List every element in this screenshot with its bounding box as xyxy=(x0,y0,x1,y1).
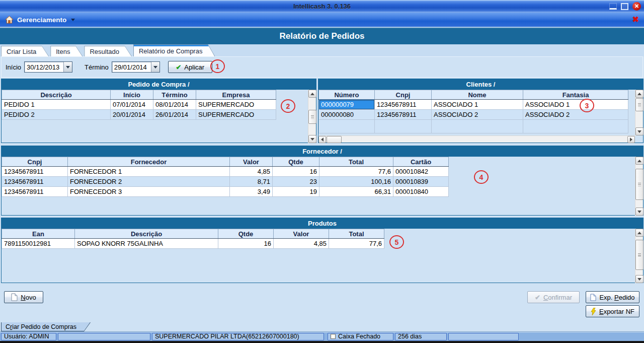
cell[interactable]: 12345678911 xyxy=(375,110,432,120)
scroll-up-button[interactable] xyxy=(635,157,643,165)
column-header[interactable]: Qtde xyxy=(273,157,319,167)
tab-itens[interactable]: Itens xyxy=(50,46,83,56)
aplicar-button[interactable]: ✔ Aplicar xyxy=(168,61,212,73)
table-row: 12345678911 FORNECEDOR 3 3,49 19 66,31 0… xyxy=(2,187,449,197)
caixa-fechado-checkbox[interactable] xyxy=(331,334,336,339)
cell[interactable]: 07/01/2014 xyxy=(111,100,153,110)
cell[interactable]: 000010839 xyxy=(393,177,449,187)
cell[interactable]: 16 xyxy=(273,167,319,177)
cell[interactable]: 26/01/2014 xyxy=(153,110,196,120)
scroll-down-button[interactable] xyxy=(635,208,643,216)
cell[interactable]: 000000080 xyxy=(319,110,375,120)
cell[interactable]: 77,6 xyxy=(319,167,393,177)
column-header[interactable]: Cnpj xyxy=(2,157,68,167)
scroll-left-button[interactable] xyxy=(318,136,326,143)
column-header[interactable]: Término xyxy=(153,90,196,100)
column-header[interactable]: Total xyxy=(319,157,393,167)
scroll-right-button[interactable] xyxy=(627,136,635,143)
column-header[interactable]: Fornecedor xyxy=(68,157,230,167)
column-header[interactable]: Fantasia xyxy=(523,90,628,100)
selected-cell[interactable]: 000000079 xyxy=(319,100,375,110)
cell[interactable]: FORNECEDOR 2 xyxy=(68,177,230,187)
minimize-button[interactable] xyxy=(609,3,617,10)
column-header[interactable]: Cartão xyxy=(393,157,449,167)
scroll-up-button[interactable] xyxy=(635,229,643,237)
fornecedor-vertical-scrollbar[interactable] xyxy=(635,157,643,216)
scroll-down-button[interactable] xyxy=(635,127,643,135)
cell[interactable]: 12345678911 xyxy=(375,100,432,110)
column-header[interactable]: Nome xyxy=(432,90,523,100)
exp-pedido-button[interactable]: Exp. Pedido xyxy=(586,291,639,303)
inicio-dropdown-button[interactable] xyxy=(63,62,72,72)
scrollbar-thumb[interactable] xyxy=(308,110,316,124)
cell[interactable]: 08/01/2014 xyxy=(153,100,196,110)
close-button[interactable]: ✕ xyxy=(632,2,641,11)
inicio-date-picker[interactable]: 30/12/2013 xyxy=(24,61,72,73)
scrollbar-thumb[interactable] xyxy=(635,98,643,111)
column-header[interactable]: Descrição xyxy=(75,229,218,239)
pedido-vertical-scrollbar[interactable] xyxy=(308,90,316,143)
cell[interactable]: 4,85 xyxy=(230,167,273,177)
scroll-up-button[interactable] xyxy=(308,90,316,98)
form-close-icon[interactable]: ✖ xyxy=(632,16,639,24)
column-header[interactable]: Cnpj xyxy=(375,90,432,100)
cell[interactable]: ASSOCIADO 2 xyxy=(523,110,628,120)
clientes-horizontal-scrollbar[interactable] xyxy=(318,135,635,143)
column-header[interactable]: Início xyxy=(111,90,153,100)
cell[interactable]: 12345678911 xyxy=(2,177,68,187)
cell[interactable]: 19 xyxy=(273,187,319,197)
cell[interactable]: 77,6 xyxy=(329,239,384,249)
cell[interactable]: 23 xyxy=(273,177,319,187)
scroll-down-button[interactable] xyxy=(635,275,643,283)
column-header[interactable]: Número xyxy=(319,90,375,100)
cell[interactable]: SUPERMERCADO xyxy=(196,110,276,120)
menu-gerenciamento[interactable]: Gerenciamento xyxy=(5,16,75,24)
termino-dropdown-button[interactable] xyxy=(151,62,159,72)
column-header[interactable]: Qtde xyxy=(218,229,274,239)
produtos-vertical-scrollbar[interactable] xyxy=(635,229,643,283)
column-header[interactable]: Ean xyxy=(2,229,75,239)
cell[interactable]: PEDIDO 1 xyxy=(2,100,111,110)
scrollbar-thumb[interactable] xyxy=(327,136,342,143)
scroll-down-button[interactable] xyxy=(308,135,316,143)
cell[interactable]: 20/01/2014 xyxy=(111,110,153,120)
cell[interactable]: 16 xyxy=(218,239,274,249)
exportar-nf-button[interactable]: Exportar NF xyxy=(586,305,639,317)
cell[interactable]: ASSOCIADO 1 xyxy=(432,100,523,110)
cell[interactable]: 4,85 xyxy=(274,239,329,249)
tab-relatorio-de-compras[interactable]: Relatório de Compras xyxy=(133,44,215,56)
cell[interactable]: ASSOCIADO 1 xyxy=(523,100,628,110)
confirmar-button[interactable]: ✔ Confirmar xyxy=(527,291,580,303)
termino-date-picker[interactable]: 29/01/2014 xyxy=(112,61,160,73)
cell[interactable]: PEDIDO 2 xyxy=(2,110,111,120)
cell[interactable]: ASSOCIADO 2 xyxy=(432,110,523,120)
cell[interactable]: 8,71 xyxy=(230,177,273,187)
clientes-vertical-scrollbar[interactable] xyxy=(635,90,643,135)
cell[interactable]: SUPERMERCADO xyxy=(196,100,276,110)
arrow-up-icon xyxy=(637,230,641,234)
cell[interactable]: 12345678911 xyxy=(2,187,68,197)
maximize-button[interactable] xyxy=(621,3,628,10)
scrollbar-thumb[interactable] xyxy=(635,240,643,270)
novo-button[interactable]: Novo xyxy=(4,291,43,303)
column-header[interactable]: Descrição xyxy=(2,90,111,100)
cell[interactable]: FORNECEDOR 3 xyxy=(68,187,230,197)
column-header[interactable]: Valor xyxy=(230,157,273,167)
column-header[interactable]: Empresa xyxy=(196,90,276,100)
scroll-up-button[interactable] xyxy=(635,90,643,98)
cell[interactable]: SOPAO KNORR 75GALINHA xyxy=(75,239,218,249)
tab-criar-lista[interactable]: Criar Lista xyxy=(1,46,49,56)
cell[interactable]: 000010842 xyxy=(393,167,449,177)
cell[interactable]: 000010840 xyxy=(393,187,449,197)
tab-criar-pedido-de-compras[interactable]: Criar Pedido de Compras xyxy=(1,322,91,331)
cell[interactable]: FORNECEDOR 1 xyxy=(68,167,230,177)
scrollbar-thumb[interactable] xyxy=(635,169,643,200)
cell[interactable]: 12345678911 xyxy=(2,167,68,177)
tab-resultado[interactable]: Resultado xyxy=(84,46,132,56)
cell[interactable]: 100,16 xyxy=(319,177,393,187)
column-header[interactable]: Total xyxy=(329,229,384,239)
cell[interactable]: 66,31 xyxy=(319,187,393,197)
cell[interactable]: 3,49 xyxy=(230,187,273,197)
column-header[interactable]: Valor xyxy=(274,229,329,239)
cell[interactable]: 7891150012981 xyxy=(2,239,75,249)
